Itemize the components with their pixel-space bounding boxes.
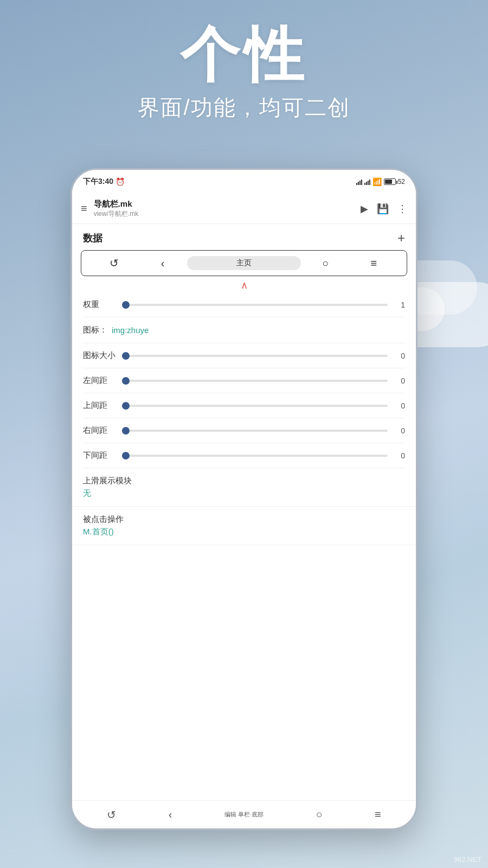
bottom-center-label: 编辑 单栏·底部 — [224, 810, 264, 819]
battery-icon — [384, 178, 396, 185]
module-value-click[interactable]: M.首页() — [83, 527, 405, 537]
nav-item-circle[interactable]: ○ — [301, 257, 349, 270]
prop-row-top-margin: 上间距 0 — [83, 393, 405, 418]
bottom-nav: ↺ ‹ 编辑 单栏·底部 ○ ≡ — [72, 800, 416, 828]
wifi-icon: 📶 — [373, 177, 382, 186]
main-content: 数据 + ↺ ‹ 主页 ○ ≡ ∧ 权重 — [72, 224, 416, 800]
prop-row-icon: 图标： img:zhuye — [83, 317, 405, 343]
status-bar: 下午3:40 ⏰ 📶 52 — [72, 170, 416, 194]
bottom-nav-label: 编辑 单栏·底部 — [224, 810, 264, 819]
save-button[interactable]: 💾 — [377, 203, 389, 215]
slider-thumb-bottom-margin[interactable] — [122, 452, 130, 459]
slider-thumb-left-margin[interactable] — [122, 377, 130, 385]
prop-value-right-margin: 0 — [394, 426, 405, 435]
slider-top-margin[interactable] — [122, 405, 388, 407]
nav-item-menu[interactable]: ≡ — [350, 257, 398, 270]
prop-label-icon-size: 图标大小 — [83, 350, 115, 361]
menu-button[interactable]: ≡ — [81, 202, 87, 215]
top-text-area: 个性 界面/功能，均可二创 — [0, 22, 488, 123]
phone-frame: 下午3:40 ⏰ 📶 52 ≡ 导航栏.mk view/导航栏.mk ▶ 💾 — [70, 168, 418, 830]
prop-value-bottom-margin: 0 — [394, 451, 405, 460]
nav-home-button[interactable]: 主页 — [187, 256, 301, 270]
hamburger-icon: ≡ — [370, 257, 377, 270]
slider-thumb-top-margin[interactable] — [122, 402, 130, 410]
slider-left-margin[interactable] — [122, 380, 388, 382]
prop-value-left-margin: 0 — [394, 376, 405, 385]
app-bar-actions: ▶ 💾 ⋮ — [361, 203, 407, 215]
module-section-click: 被点击操作 M.首页() — [72, 507, 416, 545]
play-button[interactable]: ▶ — [361, 203, 368, 215]
refresh-icon: ↺ — [110, 257, 119, 270]
slider-icon-size[interactable] — [122, 355, 388, 357]
properties-section: 权重 1 图标： img:zhuye 图标大小 0 — [72, 292, 416, 468]
bottom-back-icon: ‹ — [169, 808, 172, 821]
bottom-nav-refresh[interactable]: ↺ — [107, 808, 116, 821]
bottom-home-icon: ○ — [316, 808, 322, 821]
app-bar-title: 导航栏.mk view/导航栏.mk — [94, 199, 354, 219]
battery-fill — [385, 180, 393, 184]
alarm-icon: ⏰ — [115, 177, 125, 186]
prop-label-top-margin: 上间距 — [83, 400, 115, 411]
battery-level: 52 — [398, 178, 405, 186]
data-section-header: 数据 + — [72, 224, 416, 250]
prop-label-bottom-margin: 下间距 — [83, 450, 115, 461]
prop-label-icon: 图标： — [83, 325, 107, 335]
slider-bottom-margin[interactable] — [122, 455, 388, 457]
nav-item-back[interactable]: ‹ — [138, 257, 187, 270]
slider-thumb-right-margin[interactable] — [122, 427, 130, 435]
sub-title: 界面/功能，均可二创 — [0, 93, 488, 123]
slider-thumb-weight[interactable] — [122, 301, 130, 309]
prop-row-icon-size: 图标大小 0 — [83, 343, 405, 368]
module-value-scroll[interactable]: 无 — [83, 488, 405, 499]
prop-row-bottom-margin: 下间距 0 — [83, 443, 405, 468]
nav-item-refresh[interactable]: ↺ — [90, 257, 138, 270]
module-title-scroll: 上滑展示模块 — [83, 476, 405, 486]
prop-label-left-margin: 左间距 — [83, 375, 115, 386]
arrow-indicator: ∧ — [72, 276, 416, 292]
signal-icon — [356, 178, 362, 185]
module-title-click: 被点击操作 — [83, 514, 405, 525]
prop-row-weight: 权重 1 — [83, 292, 405, 317]
slider-right-margin[interactable] — [122, 430, 388, 432]
add-data-button[interactable]: + — [397, 232, 405, 245]
prop-row-right-margin: 右间距 0 — [83, 418, 405, 443]
slider-weight[interactable] — [122, 304, 388, 306]
module-section-scroll: 上滑展示模块 无 — [72, 468, 416, 507]
prop-value-icon[interactable]: img:zhuye — [112, 326, 149, 335]
prop-label-weight: 权重 — [83, 299, 115, 310]
signal-icon-2 — [364, 178, 370, 185]
watermark: 962.NET — [454, 856, 481, 864]
bottom-nav-back[interactable]: ‹ — [169, 808, 172, 821]
prop-value-icon-size: 0 — [394, 352, 405, 360]
nav-preview-bar: ↺ ‹ 主页 ○ ≡ — [81, 250, 407, 276]
circle-icon: ○ — [322, 257, 329, 270]
prop-value-weight: 1 — [394, 301, 405, 309]
status-icons: 📶 52 — [356, 177, 405, 186]
status-time: 下午3:40 ⏰ — [83, 177, 125, 187]
up-arrow-icon: ∧ — [241, 280, 248, 291]
prop-label-right-margin: 右间距 — [83, 425, 115, 436]
prop-value-top-margin: 0 — [394, 401, 405, 410]
more-button[interactable]: ⋮ — [397, 203, 407, 215]
slider-thumb-icon-size[interactable] — [122, 352, 130, 360]
bottom-nav-menu[interactable]: ≡ — [375, 808, 381, 821]
back-icon: ‹ — [161, 257, 165, 270]
prop-row-left-margin: 左间距 0 — [83, 368, 405, 393]
bottom-nav-home[interactable]: ○ — [316, 808, 322, 821]
app-title-main: 导航栏.mk — [94, 199, 354, 209]
app-bar: ≡ 导航栏.mk view/导航栏.mk ▶ 💾 ⋮ — [72, 194, 416, 224]
app-title-sub: view/导航栏.mk — [94, 209, 354, 219]
data-section-title: 数据 — [83, 232, 102, 245]
main-title: 个性 — [0, 22, 488, 87]
bottom-menu-icon: ≡ — [375, 808, 381, 821]
bottom-refresh-icon: ↺ — [107, 808, 116, 821]
